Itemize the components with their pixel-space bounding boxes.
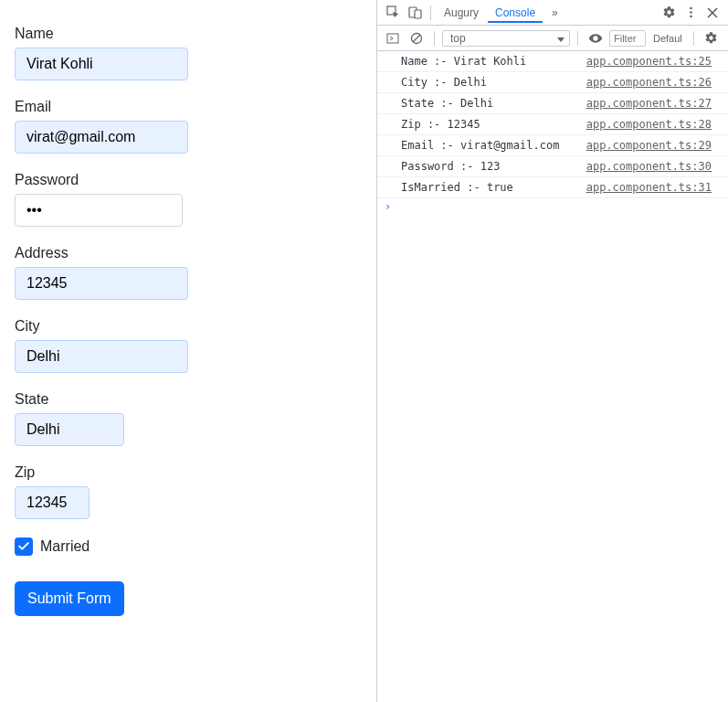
form-panel: Name Email Password Address City State Z… — [0, 0, 376, 702]
divider — [693, 31, 694, 46]
svg-rect-2 — [415, 10, 421, 18]
form-group-city: City — [15, 318, 362, 373]
filter-input[interactable] — [609, 30, 646, 47]
zip-input[interactable] — [15, 486, 90, 519]
console-source-link[interactable]: app.component.ts:30 — [586, 159, 712, 174]
console-log-row: Email :- virat@gmail.com app.component.t… — [377, 135, 728, 156]
console-sidebar-toggle-icon[interactable] — [383, 28, 403, 48]
console-msg: City :- Delhi — [401, 75, 487, 90]
console-output: Name :- Virat Kohli app.component.ts:25 … — [377, 51, 728, 702]
form-group-email: Email — [15, 99, 362, 154]
console-source-link[interactable]: app.component.ts:28 — [586, 117, 712, 132]
married-checkbox[interactable] — [15, 537, 33, 556]
form-group-zip: Zip — [15, 464, 362, 519]
married-label: Married — [40, 538, 90, 555]
divider — [430, 5, 431, 20]
name-input[interactable] — [15, 48, 188, 80]
console-msg: Email :- virat@gmail.com — [401, 138, 559, 153]
submit-button[interactable]: Submit Form — [15, 581, 124, 616]
log-level-select[interactable]: Defaul — [649, 31, 686, 46]
clear-console-icon[interactable] — [406, 28, 427, 48]
email-input[interactable] — [15, 121, 188, 154]
settings-gear-icon[interactable] — [659, 3, 679, 23]
console-log-row: City :- Delhi app.component.ts:26 — [377, 72, 728, 93]
tab-augury[interactable]: Augury — [437, 3, 486, 23]
live-expression-eye-icon[interactable] — [586, 28, 606, 48]
svg-point-5 — [690, 16, 692, 18]
console-msg: Name :- Virat Kohli — [401, 54, 526, 69]
email-label: Email — [15, 99, 362, 115]
married-check-row[interactable]: Married — [15, 537, 362, 556]
tab-console[interactable]: Console — [488, 3, 543, 23]
close-icon[interactable] — [702, 3, 723, 23]
context-select[interactable]: top — [442, 30, 570, 47]
address-label: Address — [15, 245, 362, 261]
console-source-link[interactable]: app.component.ts:29 — [586, 138, 712, 153]
context-select-value: top — [450, 32, 466, 45]
form-group-name: Name — [15, 26, 362, 80]
console-log-row: Zip :- 12345 app.component.ts:28 — [377, 114, 728, 135]
city-input[interactable] — [15, 340, 188, 373]
inspect-element-icon[interactable] — [383, 3, 403, 23]
name-label: Name — [15, 26, 362, 42]
console-source-link[interactable]: app.component.ts:31 — [586, 180, 712, 195]
state-label: State — [15, 391, 362, 408]
zip-label: Zip — [15, 464, 362, 481]
console-msg: Password :- 123 — [401, 159, 500, 174]
console-log-row: Name :- Virat Kohli app.component.ts:25 — [377, 51, 728, 72]
device-toggle-icon[interactable] — [405, 3, 425, 23]
devtools-tabbar: Augury Console » — [377, 0, 728, 26]
devtools-panel: Augury Console » top Defaul — [376, 0, 728, 702]
state-input[interactable] — [15, 413, 124, 446]
form-group-password: Password — [15, 172, 362, 227]
checkmark-icon — [17, 540, 30, 553]
svg-point-4 — [690, 11, 692, 14]
console-msg: IsMarried :- true — [401, 180, 513, 195]
divider — [434, 31, 435, 46]
password-label: Password — [15, 172, 362, 188]
kebab-menu-icon[interactable] — [681, 3, 701, 23]
console-log-row: Password :- 123 app.component.ts:30 — [377, 156, 728, 177]
svg-point-3 — [690, 7, 692, 10]
console-prompt[interactable]: › — [377, 198, 728, 215]
city-label: City — [15, 318, 362, 335]
console-source-link[interactable]: app.component.ts:27 — [586, 96, 712, 111]
tab-more[interactable]: » — [544, 3, 565, 23]
console-toolbar: top Defaul — [377, 26, 728, 51]
svg-line-8 — [413, 35, 420, 42]
form-group-address: Address — [15, 245, 362, 300]
console-msg: State :- Delhi — [401, 96, 493, 111]
console-settings-gear-icon[interactable] — [702, 28, 722, 48]
console-source-link[interactable]: app.component.ts:26 — [586, 75, 712, 90]
console-source-link[interactable]: app.component.ts:25 — [586, 54, 712, 69]
form-group-state: State — [15, 391, 362, 446]
console-log-row: IsMarried :- true app.component.ts:31 — [377, 177, 728, 198]
password-input[interactable] — [15, 194, 183, 227]
console-msg: Zip :- 12345 — [401, 117, 480, 132]
address-input[interactable] — [15, 267, 188, 300]
console-log-row: State :- Delhi app.component.ts:27 — [377, 93, 728, 114]
divider — [577, 31, 578, 46]
